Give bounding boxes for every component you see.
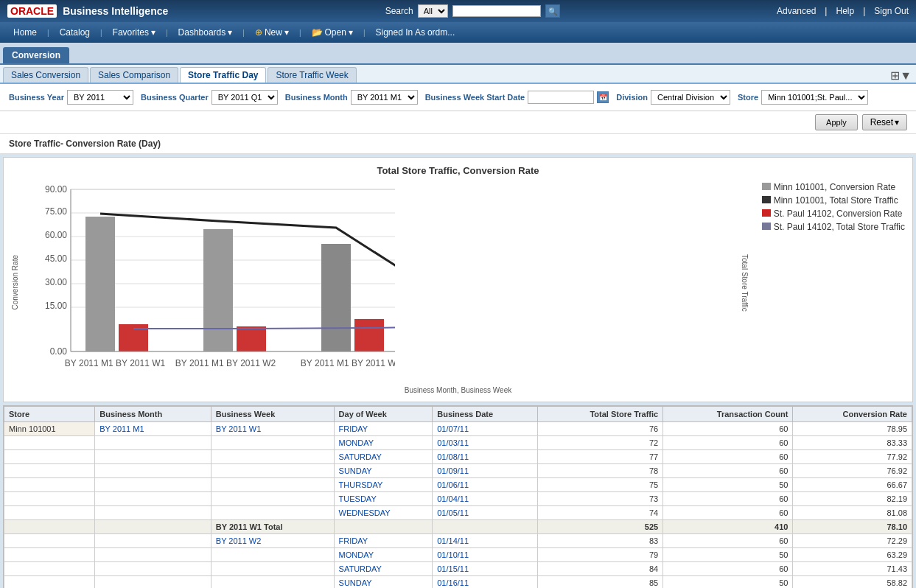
nav-bar: Home | Catalog | Favorites ▾ | Dashboard… (0, 22, 916, 43)
cell-month (95, 534, 211, 548)
cell-rate: 63.29 (793, 548, 912, 562)
page-tab-conversion[interactable]: Conversion (3, 47, 69, 63)
chart-container: Conversion Rate 0.00 15.00 (11, 182, 905, 383)
cell-transactions: 50 (663, 576, 793, 589)
cell-day[interactable]: FRIDAY (334, 534, 433, 548)
business-quarter-select[interactable]: BY 2011 Q1 (211, 90, 278, 105)
cell-date[interactable]: 01/04/11 (433, 492, 538, 506)
apply-button[interactable]: Apply (815, 114, 858, 130)
business-quarter-label: Business Quarter (141, 93, 209, 102)
y-tick: 45.00 (45, 253, 67, 264)
legend-color-stpaul-traffic (762, 223, 771, 230)
division-label: Division (616, 93, 648, 102)
cell-traffic: 85 (538, 576, 663, 589)
tab-store-traffic-day[interactable]: Store Traffic Day (180, 67, 266, 83)
nav-favorites[interactable]: Favorites ▾ (105, 25, 163, 40)
bar-minn-conv-w3 (321, 244, 351, 351)
legend-item-stpaul-conv: St. Paul 14102, Conversion Rate (762, 209, 905, 219)
table-row: SUNDAY01/09/11786076.92 (4, 464, 912, 478)
nav-open[interactable]: 📂 Open ▾ (304, 25, 360, 40)
cell-date[interactable]: 01/06/11 (433, 478, 538, 492)
store-select[interactable]: Minn 101001;St. Paul... (761, 90, 868, 105)
division-select[interactable]: Central Division (651, 90, 730, 105)
cell-store (4, 436, 95, 450)
cell-store (4, 492, 95, 506)
table-header-row: Store Business Month Business Week Day o… (4, 407, 912, 422)
cell-month (95, 576, 211, 589)
tab-options-icon[interactable]: ⊞ (890, 69, 900, 83)
nav-home[interactable]: Home (6, 25, 44, 40)
cell-day[interactable]: SATURDAY (334, 562, 433, 576)
cell-date[interactable]: 01/09/11 (433, 464, 538, 478)
help-link[interactable]: Help (836, 6, 854, 16)
cell-day[interactable]: SATURDAY (334, 450, 433, 464)
nav-divider: | (825, 6, 827, 16)
cell-date[interactable]: 01/08/11 (433, 450, 538, 464)
tab-sales-conversion[interactable]: Sales Conversion (3, 67, 88, 83)
cell-transactions: 60 (663, 534, 793, 548)
cell-day[interactable]: THURSDAY (334, 478, 433, 492)
cell-traffic: 84 (538, 562, 663, 576)
cell-month[interactable]: BY 2011 M1 (95, 422, 211, 436)
cell-date[interactable]: 01/10/11 (433, 548, 538, 562)
cell-day[interactable]: MONDAY (334, 436, 433, 450)
cell-traffic: 78 (538, 464, 663, 478)
bar-stpaul-conv-w3 (354, 319, 384, 351)
cell-date[interactable]: 01/14/11 (433, 534, 538, 548)
cell-day[interactable]: SUNDAY (334, 576, 433, 589)
cell-transactions: 60 (663, 450, 793, 464)
advanced-link[interactable]: Advanced (777, 6, 816, 16)
bwsd-input[interactable] (528, 91, 594, 104)
cell-date[interactable]: 01/03/11 (433, 436, 538, 450)
cell-date (433, 520, 538, 534)
legend-color-minn-traffic (762, 196, 771, 203)
col-date: Business Date (433, 407, 538, 422)
y-tick: 30.00 (45, 277, 67, 287)
bar-minn-conv-w2 (203, 229, 233, 351)
signout-link[interactable]: Sign Out (874, 6, 909, 16)
col-day: Day of Week (334, 407, 433, 422)
cell-week[interactable]: BY 2011 W1 (211, 422, 334, 436)
legend-label-stpaul-traffic: St. Paul 14102, Total Store Traffic (774, 222, 905, 232)
cell-month (95, 548, 211, 562)
search-scope-select[interactable]: All (418, 4, 448, 18)
cell-day[interactable]: FRIDAY (334, 422, 433, 436)
search-button[interactable]: 🔍 (545, 4, 560, 18)
calendar-icon[interactable]: 📅 (597, 91, 609, 103)
nav-new[interactable]: ⊕ New ▾ (248, 25, 296, 40)
table-row: TUESDAY01/04/11736082.19 (4, 492, 912, 506)
tab-more-icon[interactable]: ▼ (900, 69, 912, 83)
business-year-select[interactable]: BY 2011 (67, 90, 133, 105)
table-row: BY 2011 W2FRIDAY01/14/11836072.29 (4, 534, 912, 548)
store-label: Store (738, 93, 758, 102)
cell-rate: 77.92 (793, 450, 912, 464)
cell-date[interactable]: 01/05/11 (433, 506, 538, 520)
nav-dashboards[interactable]: Dashboards ▾ (171, 25, 240, 40)
cell-traffic: 74 (538, 506, 663, 520)
nav-catalog[interactable]: Catalog (52, 25, 97, 40)
reset-button[interactable]: Reset ▾ (862, 114, 907, 130)
search-label: Search (385, 6, 413, 16)
cell-day[interactable]: WEDNESDAY (334, 506, 433, 520)
cell-day (334, 520, 433, 534)
tab-store-traffic-week[interactable]: Store Traffic Week (268, 67, 356, 83)
business-month-select[interactable]: BY 2011 M1 (351, 90, 418, 105)
cell-date[interactable]: 01/16/11 (433, 576, 538, 589)
cell-day[interactable]: TUESDAY (334, 492, 433, 506)
cell-traffic: 72 (538, 436, 663, 450)
cell-day[interactable]: SUNDAY (334, 464, 433, 478)
cell-transactions: 60 (663, 506, 793, 520)
cell-transactions: 410 (663, 520, 793, 534)
legend-item-minn-conv: Minn 101001, Conversion Rate (762, 182, 905, 192)
tab-sales-comparison[interactable]: Sales Comparison (90, 67, 178, 83)
col-store: Store (4, 407, 95, 422)
search-input[interactable] (452, 5, 541, 17)
cell-week[interactable]: BY 2011 W2 (211, 534, 334, 548)
cell-day[interactable]: MONDAY (334, 548, 433, 562)
x-tick: BY 2011 M1 BY 2011 W2 (175, 358, 276, 368)
cell-date[interactable]: 01/15/11 (433, 562, 538, 576)
table-row: THURSDAY01/06/11755066.67 (4, 478, 912, 492)
cell-week (211, 450, 334, 464)
cell-date[interactable]: 01/07/11 (433, 422, 538, 436)
bi-label: Business Intelligence (63, 5, 168, 17)
